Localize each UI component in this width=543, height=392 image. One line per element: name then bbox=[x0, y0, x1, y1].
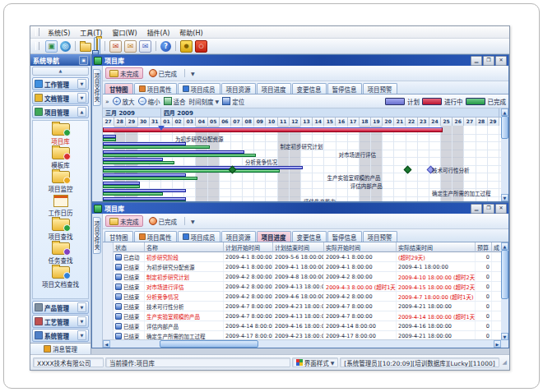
actual-bar[interactable] bbox=[103, 161, 174, 164]
summary-bar-inprogress[interactable] bbox=[103, 127, 443, 132]
menu-item[interactable]: 系统(S) bbox=[43, 29, 75, 38]
sidebar-group[interactable]: 工作管理▼ bbox=[32, 77, 89, 90]
fit-button[interactable]: 适合 bbox=[164, 97, 186, 106]
sidebar-item-项目库[interactable]: 项目库 bbox=[33, 123, 88, 145]
scroll-left-icon[interactable]: ◀ bbox=[103, 340, 110, 348]
zoom-in-button[interactable]: +放大 bbox=[113, 97, 135, 106]
timescale-button[interactable]: 时间刻度▼ bbox=[189, 97, 220, 106]
actual-bar[interactable] bbox=[103, 154, 256, 157]
filter-已完成[interactable]: 已完成 bbox=[145, 67, 182, 79]
sidebar-item-模板库[interactable]: 模板库 bbox=[33, 147, 88, 169]
minimize-button[interactable]: ▁ bbox=[471, 204, 482, 214]
table-row[interactable]: 已结束评估内部产品2009-4-14 8:00:002009-4-16 18:0… bbox=[103, 321, 501, 331]
project-folder-tab[interactable]: 项目文件夹 bbox=[93, 217, 101, 254]
globe-icon[interactable]: ◎ bbox=[60, 41, 71, 52]
table-row[interactable]: 已结束技术可行性分析2009-4-7 8:00:002009-4-23 18:0… bbox=[103, 302, 501, 311]
chevron-down-icon[interactable]: ▼ bbox=[77, 79, 86, 89]
row-selector[interactable] bbox=[103, 292, 114, 301]
sidebar-item-项目文档查找[interactable]: 项目文档查找 bbox=[33, 266, 88, 288]
expand-button[interactable]: » bbox=[105, 98, 109, 105]
table-horizontal-scrollbar[interactable]: ◀ ▶ bbox=[103, 339, 501, 348]
row-selector[interactable] bbox=[103, 311, 114, 321]
menu-item[interactable]: 窗口(W) bbox=[107, 29, 142, 38]
scroll-down-icon[interactable]: ▼ bbox=[501, 194, 508, 201]
row-selector[interactable] bbox=[103, 272, 114, 281]
tab-甘特图[interactable]: 甘特图 bbox=[104, 231, 133, 242]
column-header[interactable]: 计划开始时间 bbox=[224, 242, 273, 252]
actual-bar[interactable] bbox=[103, 145, 210, 149]
table-row[interactable]: 已结束生产实验室规模的产品2009-4-7 8:00:002009-4-13 1… bbox=[103, 311, 501, 321]
interface-style-button[interactable]: 界面样式 ▼ bbox=[292, 357, 339, 367]
chevron-down-icon[interactable]: ▼ bbox=[77, 330, 86, 340]
sidebar-tab-messages[interactable]: 消息管理 bbox=[30, 343, 90, 354]
tab-项目进度[interactable]: 项目进度 bbox=[257, 231, 291, 242]
row-selector[interactable] bbox=[103, 262, 114, 271]
project-folder-tab[interactable]: 项目文件夹 bbox=[93, 69, 101, 106]
actual-bar[interactable] bbox=[103, 169, 280, 173]
lock-icon[interactable]: ● bbox=[180, 40, 193, 53]
sidebar-item-项目查找[interactable]: 项目查找 bbox=[33, 219, 88, 241]
zoom-out-button[interactable]: −缩小 bbox=[138, 97, 160, 106]
folder-window-icon[interactable] bbox=[94, 37, 100, 56]
scroll-up-icon[interactable]: ▲ bbox=[501, 108, 508, 116]
computer-icon[interactable]: ▣ bbox=[45, 40, 58, 53]
sidebar-item-任务查找[interactable]: 任务查找 bbox=[33, 242, 88, 265]
gantt-window-titlebar[interactable]: 项目库 ▁ ❐ ✕ bbox=[92, 55, 508, 66]
column-header[interactable]: 名称 bbox=[145, 242, 224, 252]
restore-button[interactable]: ❐ bbox=[483, 56, 494, 66]
tab-项目属性[interactable]: 项目属性 bbox=[134, 231, 177, 242]
scrollbar-thumb[interactable] bbox=[160, 340, 258, 348]
scrollbar-thumb[interactable] bbox=[501, 250, 508, 299]
sidebar-item-项目监控[interactable]: 项目监控 bbox=[33, 171, 88, 193]
tab-项目资源[interactable]: 项目资源 bbox=[221, 83, 256, 94]
actual-bar[interactable] bbox=[103, 192, 163, 196]
sidebar-group[interactable]: 项目管理▲ bbox=[32, 105, 89, 118]
column-header[interactable]: 实际开始时间 bbox=[324, 242, 397, 252]
scrollbar-thumb[interactable] bbox=[501, 116, 508, 139]
actual-bar[interactable] bbox=[103, 185, 140, 188]
tab-项目资源[interactable]: 项目资源 bbox=[221, 231, 256, 242]
locate-button[interactable]: 定位 bbox=[222, 97, 244, 106]
filter-未完成[interactable]: 未完成 bbox=[105, 67, 143, 79]
scroll-right-icon[interactable]: ▶ bbox=[494, 340, 501, 348]
mail-export-icon[interactable]: ✉ bbox=[109, 40, 122, 53]
row-selector[interactable] bbox=[103, 321, 114, 330]
sidebar-group[interactable]: 工艺管理▼ bbox=[32, 315, 89, 328]
column-header[interactable]: 成 bbox=[492, 242, 501, 252]
tab-甘特图[interactable]: 甘特图 bbox=[104, 83, 133, 94]
column-header[interactable]: 计划结束时间 bbox=[273, 242, 324, 252]
close-button[interactable]: ✕ bbox=[495, 56, 507, 66]
chevron-up-icon[interactable]: ▲ bbox=[77, 107, 86, 117]
menu-item[interactable]: 帮助(H) bbox=[174, 29, 207, 38]
restore-button[interactable]: ❐ bbox=[483, 204, 494, 214]
close-button[interactable]: ✕ bbox=[495, 204, 507, 214]
scroll-up-icon[interactable]: ▲ bbox=[501, 242, 508, 250]
mail-import-icon[interactable]: ✉ bbox=[124, 40, 137, 53]
minimize-button[interactable]: ▁ bbox=[471, 56, 482, 66]
filter-未完成[interactable]: 未完成 bbox=[105, 215, 143, 227]
sidebar-collapse-button[interactable]: ▲ bbox=[32, 67, 89, 76]
resize-grip[interactable]: ◢ bbox=[503, 359, 507, 366]
help-icon[interactable]: ? bbox=[160, 41, 171, 52]
table-window-titlebar[interactable]: 项目库 ▁ ❐ ✕ bbox=[92, 203, 508, 214]
filter-已完成[interactable]: 已完成 bbox=[145, 215, 182, 227]
row-selector[interactable] bbox=[103, 302, 114, 311]
sidebar-group[interactable]: 产品管理▼ bbox=[32, 301, 89, 314]
filter-more-button[interactable]: ▼ bbox=[188, 71, 197, 76]
menu-item[interactable]: 插件(A) bbox=[142, 29, 175, 38]
row-selector[interactable] bbox=[103, 282, 114, 291]
menu-item[interactable]: 工具(T) bbox=[75, 29, 107, 38]
row-selector[interactable] bbox=[103, 252, 114, 261]
table-row[interactable]: 已结束对市场进行评估2009-4-2 8:00:002009-4-13 18:0… bbox=[103, 282, 501, 292]
table-row[interactable]: 已结束为初步研究分配资源2009-4-1 8:00:002009-4-1 18:… bbox=[103, 262, 501, 272]
pin-icon[interactable]: ▣ bbox=[79, 56, 88, 65]
gantt-vertical-scrollbar[interactable]: ▲ ▼ bbox=[501, 108, 508, 201]
chevron-down-icon[interactable]: ▼ bbox=[77, 316, 86, 326]
mail-new-icon[interactable]: ✉ bbox=[139, 40, 151, 53]
tab-变更信息[interactable]: 变更信息 bbox=[292, 83, 327, 94]
exit-icon[interactable]: ○ bbox=[195, 40, 207, 53]
sidebar-item-工作日历[interactable]: 工作日历 bbox=[33, 195, 88, 217]
tab-项目进度[interactable]: 项目进度 bbox=[257, 83, 291, 94]
tab-项目预警[interactable]: 项目预警 bbox=[363, 231, 397, 242]
tab-项目成员[interactable]: 项目成员 bbox=[178, 83, 220, 94]
